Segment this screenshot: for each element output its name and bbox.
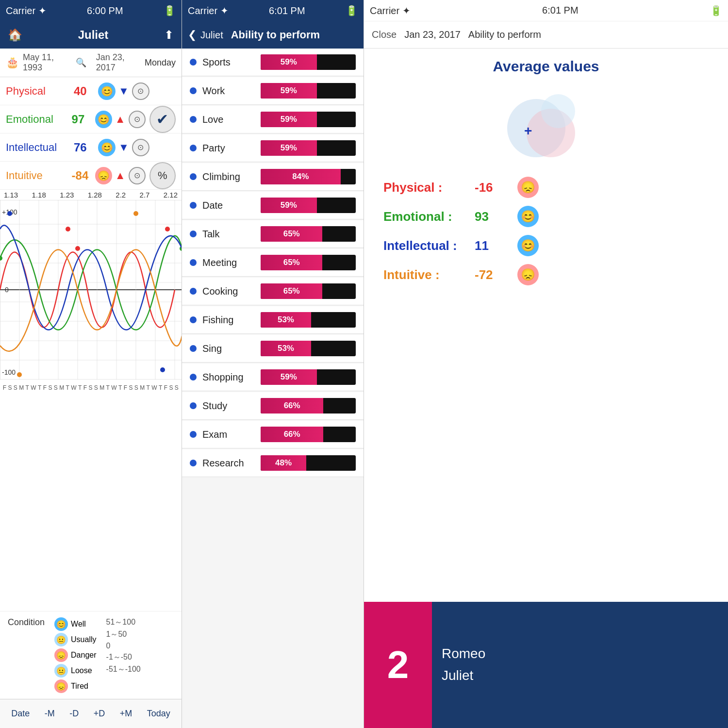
close-button[interactable]: Close [372, 29, 397, 40]
usually-emoji: 😐 [54, 633, 68, 646]
emotional-detail-btn[interactable]: ⊙ [129, 111, 146, 128]
intellectual-avg-emoji: 😊 [517, 235, 539, 256]
bar-fill: 65% [261, 226, 322, 242]
avg-intellectual: Intellectual : 11 😊 [383, 235, 709, 256]
condition-grid: Condition 😊 Well 😐 Usually 😞 Danger 😐 Lo… [8, 617, 174, 693]
emotional-avg-emoji: 😊 [517, 206, 539, 227]
bar-fill: 66% [261, 398, 323, 414]
minus-m-btn[interactable]: -M [41, 707, 59, 721]
usually-label: Usually [71, 635, 96, 644]
item-bar: 65% [261, 255, 356, 270]
list-item[interactable]: Fishing 53% [182, 306, 364, 334]
tired-range: -51～-100 [106, 664, 141, 675]
panel-ability-to-perform: Carrier ✦ 6:01 PM 🔋 ❮ Juliet Ability to … [182, 0, 364, 728]
avg-emotional: Emotional : 93 😊 [383, 206, 709, 227]
bubble-illustration: + [497, 89, 595, 167]
condition-tired: 😞 Tired [54, 679, 96, 693]
bar-fill: 65% [261, 255, 322, 270]
time-p1: 6:00 PM [87, 5, 123, 17]
condition-danger: 😞 Danger [54, 648, 96, 662]
bar-fill: 59% [261, 112, 317, 127]
well-emoji: 😊 [54, 617, 68, 631]
svg-point-23 [75, 246, 80, 251]
bar-pct: 65% [283, 229, 300, 239]
today-btn[interactable]: Today [143, 707, 174, 721]
share-icon[interactable]: ⬆ [164, 28, 174, 42]
back-chevron-icon[interactable]: ❮ [188, 29, 197, 41]
home-icon[interactable]: 🏠 [8, 28, 22, 42]
item-label: Shopping [202, 372, 261, 383]
danger-range: 0 [106, 642, 141, 650]
battery-p2: 🔋 [346, 5, 358, 17]
item-label: Climbing [202, 171, 261, 182]
carrier-p2: Carrier ✦ [188, 5, 229, 17]
item-label: Work [202, 85, 261, 97]
percent-button[interactable]: % [149, 162, 176, 189]
bar-fill: 53% [261, 341, 311, 356]
battery-p3: 🔋 [710, 5, 722, 17]
item-dot [190, 431, 197, 438]
item-label: Love [202, 114, 261, 125]
list-item[interactable]: Work 59% [182, 77, 364, 105]
condition-loose: 😐 Loose [54, 664, 96, 678]
list-item[interactable]: Sports 59% [182, 49, 364, 76]
item-label: Sports [202, 57, 261, 68]
p3-date-label: Jan 23, 2017 [404, 29, 461, 40]
svg-text:0: 0 [5, 286, 9, 294]
item-label: Research [202, 458, 261, 469]
list-item[interactable]: Exam 66% [182, 421, 364, 448]
list-item[interactable]: Research 48% [182, 449, 364, 477]
physical-detail-btn[interactable]: ⊙ [132, 83, 149, 100]
svg-point-28 [160, 367, 165, 372]
item-dot [190, 374, 197, 381]
intellectual-detail-btn[interactable]: ⊙ [132, 139, 149, 156]
usually-range: 1～50 [106, 629, 141, 640]
bar-fill: 59% [261, 140, 317, 156]
list-item[interactable]: Meeting 65% [182, 249, 364, 277]
item-bar: 66% [261, 398, 356, 414]
check-button[interactable]: ✔ [149, 106, 176, 133]
back-label[interactable]: Juliet [200, 30, 223, 41]
minus-d-btn[interactable]: -D [66, 707, 83, 721]
bar-fill: 59% [261, 198, 317, 213]
list-item[interactable]: Climbing 84% [182, 163, 364, 191]
intellectual-avg-label: Intellectual : [383, 238, 471, 253]
item-label: Talk [202, 229, 261, 240]
physical-avg-value: -16 [475, 180, 513, 195]
bar-fill: 53% [261, 312, 311, 328]
intuitive-triangle: ▲ [115, 169, 126, 182]
bar-fill: 59% [261, 369, 317, 385]
bio-row-physical: Physical 40 😊 ▼ ⊙ [0, 77, 182, 105]
list-item[interactable]: Cooking 65% [182, 278, 364, 305]
tired-label: Tired [71, 682, 88, 691]
bottom-toolbar-p1: Date -M -D +D +M Today [0, 699, 182, 728]
intellectual-avg-value: 11 [475, 238, 513, 253]
intuitive-value: -84 [72, 169, 95, 182]
bar-pct: 65% [283, 258, 300, 267]
danger-label: Danger [71, 651, 96, 660]
list-item[interactable]: Sing 53% [182, 335, 364, 363]
item-dot [190, 259, 197, 266]
bar-pct: 59% [281, 115, 297, 124]
nav-bar-p2: ❮ Juliet Ability to perform [182, 21, 364, 49]
list-item[interactable]: Party 59% [182, 134, 364, 162]
list-item[interactable]: Love 59% [182, 106, 364, 133]
plus-d-btn[interactable]: +D [90, 707, 109, 721]
item-bar: 84% [261, 169, 356, 184]
condition-ranges: 51～100 1～50 0 -1～-50 -51～-100 [106, 617, 141, 693]
item-bar: 65% [261, 283, 356, 299]
list-item[interactable]: Talk 65% [182, 220, 364, 248]
names-card: RomeoJuliet [432, 602, 728, 728]
list-item[interactable]: Date 59% [182, 192, 364, 219]
intuitive-avg-label: Intuitive : [383, 267, 471, 282]
list-item[interactable]: Study 66% [182, 392, 364, 420]
item-dot [190, 145, 197, 151]
plus-m-btn[interactable]: +M [116, 707, 136, 721]
avg-physical: Physical : -16 😞 [383, 177, 709, 198]
date-btn[interactable]: Date [7, 707, 33, 721]
intuitive-detail-btn[interactable]: ⊙ [129, 167, 146, 184]
svg-point-24 [165, 227, 170, 232]
list-item[interactable]: Shopping 59% [182, 364, 364, 391]
intellectual-value: 76 [74, 141, 98, 154]
item-bar: 59% [261, 54, 356, 70]
